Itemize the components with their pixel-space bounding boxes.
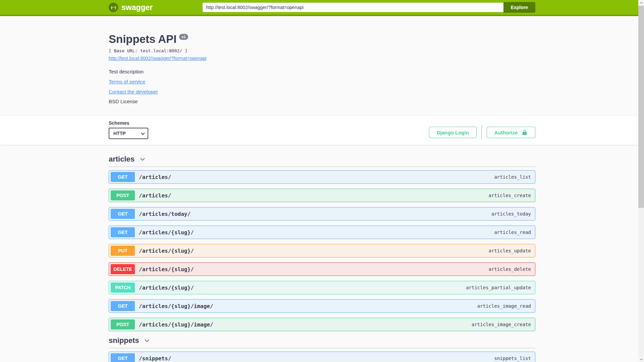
- method-badge: GET: [111, 353, 135, 362]
- swagger-logo-icon: {···}: [109, 3, 118, 12]
- operation-id: articles_list: [494, 174, 531, 180]
- method-badge: DELETE: [111, 264, 135, 274]
- operation-path: /articles/: [139, 192, 171, 199]
- operation-row[interactable]: GET /snippets/ snippets_list: [109, 352, 535, 362]
- operation-row[interactable]: POST /articles/{slug}/image/ articles_im…: [109, 318, 535, 331]
- tag-header[interactable]: snippets: [109, 336, 535, 348]
- operation-id: snippets_list: [494, 356, 531, 361]
- version-badge: v1: [179, 34, 188, 40]
- operation-row[interactable]: PUT /articles/{slug}/ articles_update: [109, 244, 535, 257]
- authorize-button[interactable]: Authorize: [487, 127, 535, 138]
- chevron-down-icon: [139, 156, 146, 163]
- api-description: Test description: [109, 69, 535, 74]
- scheme-section: Schemes HTTP Django Login Authorize: [0, 116, 644, 145]
- operation-row[interactable]: POST /articles/ articles_create: [109, 189, 535, 202]
- operation-path: /articles/{slug}/: [139, 266, 194, 273]
- operation-row[interactable]: GET /articles/{slug}/image/ articles_ima…: [109, 299, 535, 313]
- operation-row[interactable]: GET /articles/ articles_list: [109, 170, 535, 184]
- operation-path: /articles/: [139, 174, 171, 180]
- scrollbar-thumb[interactable]: [638, 6, 644, 208]
- operation-id: articles_partial_update: [466, 285, 531, 290]
- spec-url-form: Explore: [203, 2, 535, 13]
- operation-id: articles_today: [491, 211, 531, 217]
- method-badge: PATCH: [111, 283, 135, 293]
- operation-id: articles_delete: [489, 266, 531, 272]
- tag-label: articles: [109, 155, 135, 164]
- arrow-down-icon: [640, 357, 642, 360]
- unlock-icon: [522, 129, 528, 135]
- operation-path: /snippets/: [139, 355, 171, 362]
- operation-id: articles_image_read: [477, 303, 531, 309]
- base-url: [ Base URL: test.local:8002/ ]: [109, 48, 535, 53]
- schemes-group: Schemes HTTP: [109, 120, 148, 139]
- arrow-up-icon: [640, 2, 642, 5]
- operations-list: articles GET /articles/ articles_list PO…: [109, 145, 535, 362]
- page-title: Snippets APIv1: [109, 33, 535, 46]
- operation-path: /articles/{slug}/image/: [139, 321, 213, 328]
- operation-id: articles_update: [489, 248, 531, 253]
- method-badge: GET: [111, 227, 135, 237]
- api-tag-section: snippets GET /snippets/ snippets_list: [109, 336, 535, 362]
- topbar: {···} swagger Explore: [0, 0, 644, 16]
- brand-title: swagger: [121, 3, 153, 12]
- schemes-select[interactable]: HTTP: [109, 128, 148, 139]
- operation-path: /articles/{slug}/: [139, 285, 194, 291]
- tag-header[interactable]: articles: [109, 155, 535, 167]
- schemes-select-wrap: HTTP: [109, 128, 148, 139]
- operation-path: /articles/today/: [139, 211, 191, 217]
- tag-operations: GET /articles/ articles_list POST /artic…: [109, 167, 535, 331]
- chevron-down-icon: [144, 337, 150, 344]
- swagger-brand[interactable]: {···} swagger: [109, 3, 153, 12]
- license-text: BSD License: [109, 99, 535, 104]
- method-badge: PUT: [111, 246, 135, 256]
- spec-link[interactable]: http://test.local:8002/swagger/?format=o…: [109, 56, 206, 61]
- auth-wrapper: Django Login Authorize: [429, 126, 535, 139]
- operation-row[interactable]: DELETE /articles/{slug}/ articles_delete: [109, 262, 535, 276]
- operation-id: articles_read: [494, 230, 531, 235]
- operation-row[interactable]: GET /articles/{slug}/ articles_read: [109, 226, 535, 239]
- tag-operations: GET /snippets/ snippets_list: [109, 348, 535, 362]
- contact-developer-link[interactable]: Contact the developer: [109, 89, 158, 95]
- vertical-scrollbar[interactable]: [638, 0, 644, 362]
- api-title-text: Snippets API: [109, 33, 176, 45]
- operation-path: /articles/{slug}/image/: [139, 303, 213, 309]
- method-badge: POST: [111, 319, 135, 329]
- auth-divider: [481, 126, 482, 139]
- scrollbar-up-button[interactable]: [638, 0, 644, 6]
- authorize-label: Authorize: [494, 130, 518, 135]
- terms-of-service-link[interactable]: Terms of service: [109, 79, 145, 84]
- scrollbar-down-button[interactable]: [638, 356, 644, 362]
- django-login-button[interactable]: Django Login: [429, 127, 477, 138]
- operation-path: /articles/{slug}/: [139, 248, 194, 254]
- operation-id: articles_image_create: [472, 322, 531, 327]
- operation-id: articles_create: [489, 193, 531, 198]
- method-badge: POST: [111, 190, 135, 200]
- method-badge: GET: [111, 209, 135, 219]
- explore-button[interactable]: Explore: [503, 2, 535, 13]
- operation-row[interactable]: GET /articles/today/ articles_today: [109, 207, 535, 221]
- operation-row[interactable]: PATCH /articles/{slug}/ articles_partial…: [109, 281, 535, 294]
- method-badge: GET: [111, 301, 135, 311]
- api-tag-section: articles GET /articles/ articles_list PO…: [109, 155, 535, 331]
- spec-url-input[interactable]: [203, 3, 503, 12]
- schemes-label: Schemes: [109, 120, 148, 126]
- django-login-label: Django Login: [437, 130, 469, 135]
- info-section: Snippets APIv1 [ Base URL: test.local:80…: [0, 16, 644, 116]
- tag-label: snippets: [109, 336, 139, 345]
- operation-path: /articles/{slug}/: [139, 229, 194, 236]
- method-badge: GET: [111, 172, 135, 182]
